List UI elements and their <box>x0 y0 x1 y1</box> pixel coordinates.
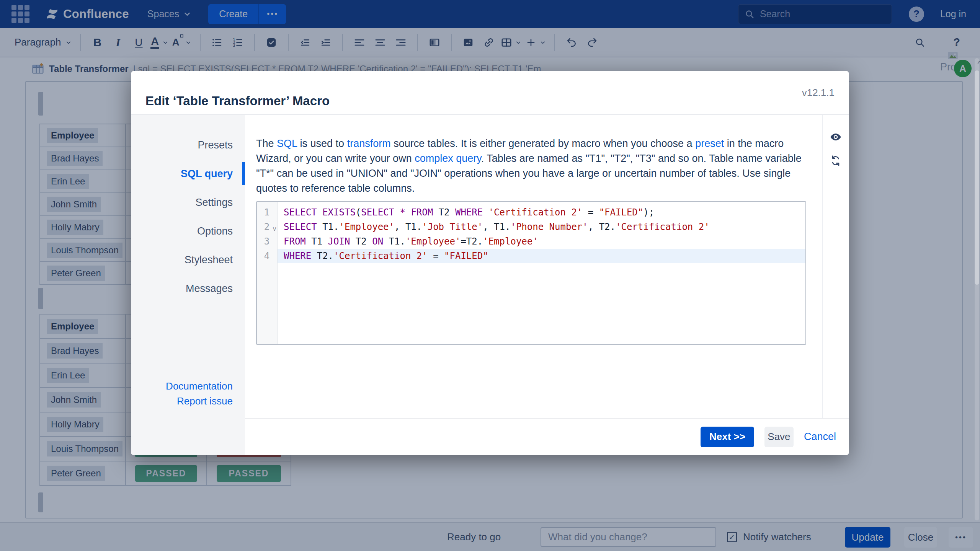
page-scrollbar-thumb[interactable] <box>975 70 979 285</box>
description-link[interactable]: SQL <box>277 138 297 149</box>
line-number: 3 <box>257 234 277 249</box>
description-text: is used to <box>297 138 347 149</box>
description-text: source tables. It is either generated by… <box>391 138 695 149</box>
confluence-app: Confluence Spaces Create ••• ? Log in Pa… <box>0 0 980 551</box>
line-number: 2v <box>257 220 277 234</box>
dialog-footer: Next >> Save Cancel <box>245 418 849 455</box>
sidebar-link-report-issue[interactable]: Report issue <box>131 394 233 409</box>
line-number: 4 <box>257 249 277 263</box>
code-line-3[interactable]: FROM T1 JOIN T2 ON T1.'Employee'=T2.'Emp… <box>278 234 805 249</box>
sidebar-link-documentation[interactable]: Documentation <box>131 379 233 394</box>
save-button[interactable]: Save <box>764 427 794 447</box>
refresh-icon[interactable] <box>830 155 842 167</box>
page-scrollbar[interactable] <box>975 58 979 520</box>
sidebar-item-settings[interactable]: Settings <box>131 191 245 214</box>
sidebar-item-sql-query[interactable]: SQL query <box>131 162 245 185</box>
macro-version: v12.1.1 <box>802 87 835 99</box>
sql-code-editor[interactable]: 12v34 SELECT EXISTS(SELECT * FROM T2 WHE… <box>256 201 806 345</box>
code-line-1[interactable]: SELECT EXISTS(SELECT * FROM T2 WHERE 'Ce… <box>278 205 805 220</box>
eye-icon[interactable] <box>830 131 842 143</box>
dialog-title: Edit ‘Table Transformer’ Macro <box>145 94 330 108</box>
sidebar-item-options[interactable]: Options <box>131 220 245 243</box>
description-text: The <box>256 138 277 149</box>
cancel-button[interactable]: Cancel <box>804 431 836 443</box>
description-link[interactable]: transform <box>347 138 391 149</box>
macro-editor-dialog: Edit ‘Table Transformer’ Macro v12.1.1 P… <box>131 71 849 455</box>
description-link[interactable]: complex query <box>415 153 481 164</box>
sidebar-item-presets[interactable]: Presets <box>131 134 245 156</box>
next-button[interactable]: Next >> <box>701 427 754 447</box>
dialog-header: Edit ‘Table Transformer’ Macro v12.1.1 <box>131 71 849 115</box>
sidebar-item-stylesheet[interactable]: Stylesheet <box>131 248 245 271</box>
sidebar-item-messages[interactable]: Messages <box>131 277 245 300</box>
dialog-side-rail <box>822 115 849 418</box>
sql-description-text: The SQL is used to transform source tabl… <box>256 136 806 196</box>
code-editor-content[interactable]: SELECT EXISTS(SELECT * FROM T2 WHERE 'Ce… <box>278 202 805 344</box>
code-line-2[interactable]: SELECT T1.'Employee', T1.'Job Title', T1… <box>278 220 805 234</box>
sidebar-links: DocumentationReport issue <box>131 379 245 409</box>
line-number: 1 <box>257 205 277 220</box>
code-line-4[interactable]: WHERE T2.'Certification 2' = "FAILED" <box>278 249 805 263</box>
description-link[interactable]: preset <box>695 138 724 149</box>
dialog-sidebar: PresetsSQL querySettingsOptionsStyleshee… <box>131 115 245 455</box>
code-editor-gutter: 12v34 <box>257 202 278 344</box>
